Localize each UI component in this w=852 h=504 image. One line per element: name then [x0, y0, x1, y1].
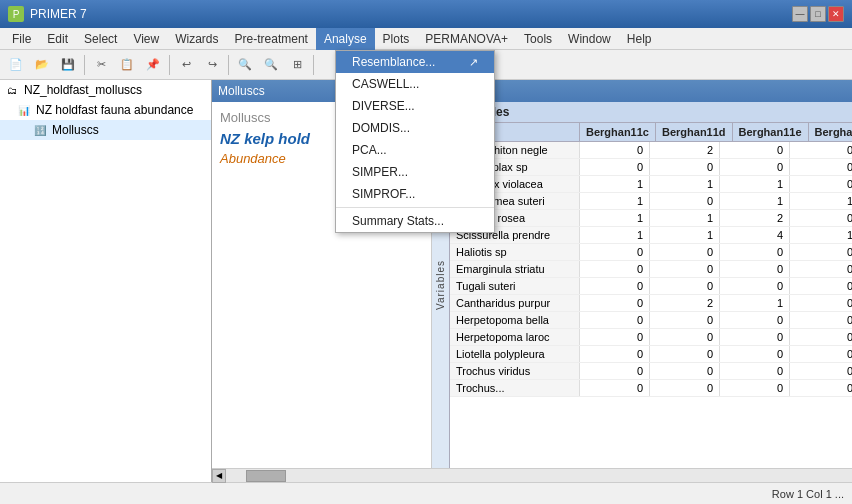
table-row[interactable]: Trochus...00000	[450, 380, 852, 397]
open-button[interactable]: 📂	[30, 53, 54, 77]
dropdown-simper[interactable]: SIMPER...	[336, 161, 494, 183]
scroll-thumb-h[interactable]	[246, 470, 286, 482]
data-cell[interactable]: 0	[650, 380, 720, 396]
data-cell[interactable]: 0	[580, 159, 650, 175]
menu-permanova[interactable]: PERMANOVA+	[417, 28, 516, 50]
title-bar-controls[interactable]: — □ ✕	[792, 6, 844, 22]
table-row[interactable]: Tugali suteri00000	[450, 278, 852, 295]
table-row[interactable]: Scissurella prendre11410	[450, 227, 852, 244]
data-cell[interactable]: 0	[580, 295, 650, 311]
table-row[interactable]: Incisura rosea11200	[450, 210, 852, 227]
data-cell[interactable]: 0	[650, 363, 720, 379]
dropdown-pca[interactable]: PCA...	[336, 139, 494, 161]
data-cell[interactable]: 0	[720, 244, 790, 260]
menu-wizards[interactable]: Wizards	[167, 28, 226, 50]
menu-edit[interactable]: Edit	[39, 28, 76, 50]
dropdown-simprof[interactable]: SIMPROF...	[336, 183, 494, 205]
menu-window[interactable]: Window	[560, 28, 619, 50]
data-cell[interactable]: 2	[650, 295, 720, 311]
tree-item-holdfast[interactable]: 🗂 NZ_holdfast_molluscs	[0, 80, 211, 100]
data-cell[interactable]: 0	[720, 142, 790, 158]
dropdown-diverse[interactable]: DIVERSE...	[336, 95, 494, 117]
data-cell[interactable]: 0	[580, 363, 650, 379]
data-cell[interactable]: 0	[790, 244, 852, 260]
maximize-button[interactable]: □	[810, 6, 826, 22]
data-cell[interactable]: 0	[720, 312, 790, 328]
data-cell[interactable]: 0	[580, 380, 650, 396]
data-cell[interactable]: 0	[790, 176, 852, 192]
data-cell[interactable]: 4	[720, 227, 790, 243]
data-cell[interactable]: 0	[720, 159, 790, 175]
data-cell[interactable]: 0	[580, 346, 650, 362]
data-cell[interactable]: 1	[580, 227, 650, 243]
data-cell[interactable]: 0	[580, 329, 650, 345]
save-button[interactable]: 💾	[56, 53, 80, 77]
data-cell[interactable]: 0	[720, 278, 790, 294]
table-row[interactable]: Asteracmea suteri10110	[450, 193, 852, 210]
data-cell[interactable]: 1	[720, 295, 790, 311]
close-button[interactable]: ✕	[828, 6, 844, 22]
data-cell[interactable]: 0	[720, 346, 790, 362]
menu-file[interactable]: File	[4, 28, 39, 50]
data-cell[interactable]: 0	[650, 159, 720, 175]
data-cell[interactable]: 1	[580, 193, 650, 209]
data-cell[interactable]: 0	[580, 261, 650, 277]
data-cell[interactable]: 1	[720, 176, 790, 192]
undo-button[interactable]: ↩	[174, 53, 198, 77]
scroll-track-h[interactable]	[226, 470, 852, 482]
data-cell[interactable]: 0	[580, 312, 650, 328]
data-cell[interactable]: 0	[650, 244, 720, 260]
data-cell[interactable]: 0	[650, 261, 720, 277]
table-row[interactable]: Onithochiton negle02000	[450, 142, 852, 159]
horizontal-scrollbar[interactable]: ◀ ▶	[212, 468, 852, 482]
data-cell[interactable]: 0	[720, 261, 790, 277]
tree-item-fauna[interactable]: 📊 NZ holdfast fauna abundance	[0, 100, 211, 120]
table-row[interactable]: Cantharidus purpur02100	[450, 295, 852, 312]
tree-item-molluscs[interactable]: 🔢 Molluscs	[0, 120, 211, 140]
table-row[interactable]: Emarginula striatu00000	[450, 261, 852, 278]
data-cell[interactable]: 1	[650, 210, 720, 226]
table-row[interactable]: Notoplax violacea11100	[450, 176, 852, 193]
data-cell[interactable]: 0	[790, 159, 852, 175]
table-row[interactable]: Trochus viridus00000	[450, 363, 852, 380]
data-cell[interactable]: 0	[790, 329, 852, 345]
data-cell[interactable]: 1	[790, 193, 852, 209]
zoom-fit-button[interactable]: ⊞	[285, 53, 309, 77]
data-cell[interactable]: 0	[790, 142, 852, 158]
zoom-in-button[interactable]: 🔍	[259, 53, 283, 77]
paste-button[interactable]: 📌	[141, 53, 165, 77]
copy-button[interactable]: 📋	[115, 53, 139, 77]
dropdown-resemblance[interactable]: Resemblance... ↗	[336, 51, 494, 73]
data-cell[interactable]: 2	[720, 210, 790, 226]
cut-button[interactable]: ✂	[89, 53, 113, 77]
zoom-out-button[interactable]: 🔍	[233, 53, 257, 77]
data-cell[interactable]: 0	[790, 363, 852, 379]
data-cell[interactable]: 1	[790, 227, 852, 243]
data-cell[interactable]: 0	[580, 142, 650, 158]
data-cell[interactable]: 0	[790, 346, 852, 362]
dropdown-summary-stats[interactable]: Summary Stats...	[336, 210, 494, 232]
menu-plots[interactable]: Plots	[375, 28, 418, 50]
data-cell[interactable]: 1	[580, 210, 650, 226]
data-cell[interactable]: 0	[790, 278, 852, 294]
table-row[interactable]: Liotella polypleura00000	[450, 346, 852, 363]
new-button[interactable]: 📄	[4, 53, 28, 77]
data-cell[interactable]: 0	[650, 329, 720, 345]
data-cell[interactable]: 1	[650, 227, 720, 243]
data-cell[interactable]: 1	[580, 176, 650, 192]
data-cell[interactable]: 0	[580, 278, 650, 294]
table-row[interactable]: Herpetopoma laroc00001	[450, 329, 852, 346]
dropdown-domdis[interactable]: DOMDIS...	[336, 117, 494, 139]
scroll-left-button[interactable]: ◀	[212, 469, 226, 483]
data-cell[interactable]: 0	[720, 329, 790, 345]
table-row[interactable]: Rhyssoplax sp00000	[450, 159, 852, 176]
data-cell[interactable]: 0	[790, 295, 852, 311]
data-cell[interactable]: 0	[790, 261, 852, 277]
menu-help[interactable]: Help	[619, 28, 660, 50]
minimize-button[interactable]: —	[792, 6, 808, 22]
data-cell[interactable]: 2	[650, 142, 720, 158]
menu-analyse[interactable]: Analyse	[316, 28, 375, 50]
table-row[interactable]: Haliotis sp00000	[450, 244, 852, 261]
table-row[interactable]: Herpetopoma bella00000	[450, 312, 852, 329]
data-cell[interactable]: 0	[720, 363, 790, 379]
